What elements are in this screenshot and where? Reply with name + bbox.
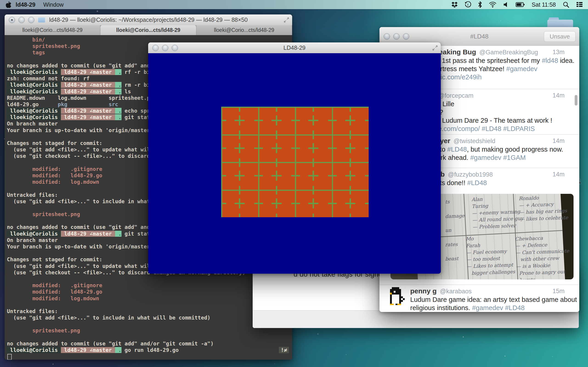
grid-line [221,203,226,204]
grid-line [350,214,351,217]
notification-center-icon[interactable] [576,2,583,8]
desktop: 1 d do not take flags for signe #LD48 Un… [0,0,588,367]
terminal-tab-bar[interactable]: lloeki@Corio...cts/ld48-29 lloeki@Corio.… [5,25,292,35]
spritesheet-grid [221,107,369,217]
grid-line [254,120,263,121]
grid-line [239,107,240,112]
wifi-icon[interactable] [489,2,496,8]
terminal-titlebar[interactable]: ld48-29 — lloeki@Coriolis: ~/Workspace/p… [5,15,292,25]
terminal-line [7,276,292,282]
grid-line [276,214,277,217]
grid-line [313,143,314,153]
star-speck [501,21,501,21]
grid-line [328,148,337,149]
tweet-link[interactable]: #LDPARIS [503,125,535,132]
tweet-handle[interactable]: @GameBreakingBug [479,49,538,56]
scrollbar-thumb[interactable] [575,95,578,106]
tweet-link[interactable]: #LD48 [447,146,467,153]
game-window[interactable]: LD48-29 [148,42,441,274]
tweet-author[interactable]: penny g [410,287,437,295]
handwriting-column: Mo Farah — Fuel economy — too modest — L… [466,234,515,277]
app-menu-title[interactable]: ld48-29 [16,1,35,8]
grid-line [350,158,351,167]
grid-line [239,115,240,125]
grid-line [350,198,351,209]
grid-line [313,198,314,209]
tweet-timestamp: 15m [552,287,565,295]
tweet-link[interactable]: #gamedev [506,65,537,73]
menu-item-window[interactable]: Window [43,1,64,8]
grid-line [291,175,300,176]
penguin-avatar-icon [388,287,406,305]
tweet-link[interactable]: #ld48 [542,57,558,64]
terminal-tab-3[interactable]: lloeki@Corio...cts/ld48-29 [196,25,292,35]
volume-icon[interactable] [503,2,509,8]
grid-line [254,175,263,176]
grid-line [313,214,314,217]
handwriting-note: un [445,227,451,234]
grid-line [291,203,300,204]
time-machine-icon[interactable]: ! [465,1,471,8]
grid-line [313,171,314,181]
grid-line [276,143,277,153]
star-speck [552,356,553,357]
game-canvas [148,53,441,274]
handwriting-note: damage [445,212,465,220]
tweet-timestamp: 14m [552,91,565,100]
terminal-tab-2[interactable]: lloeki@Corio...cts/ld48-29 [100,25,196,35]
grid-line [328,203,337,204]
tweet-link[interactable]: #gamedev [470,154,501,161]
grid-line [221,175,226,176]
dropbox-icon[interactable] [451,1,458,8]
tweet-handle[interactable]: @karabaos [440,288,472,295]
game-titlebar[interactable]: LD48-29 [148,42,441,53]
terminal-line: bin/ [7,36,292,43]
grid-line [365,203,369,204]
fullscreen-icon[interactable] [432,45,438,51]
svg-text:!: ! [467,3,468,7]
grid-line [239,214,240,217]
tweet-handle[interactable]: @forcepcam [438,92,473,99]
tweet-link[interactable]: #LD48 [467,179,487,186]
fullscreen-icon[interactable] [284,17,289,23]
grid-line [365,175,369,176]
battery-icon[interactable] [516,2,525,7]
grid-line [221,162,369,163]
tweet-handle[interactable]: @twistedshield [454,138,495,144]
grid-line [365,120,369,121]
terminal-line: no changes added to commit (use "git add… [7,340,292,347]
terminal-line: spritesheet.png [7,327,292,334]
grid-line [350,143,351,153]
bluetooth-icon[interactable] [478,1,482,8]
grid-line [221,134,369,135]
terminal-line [7,334,292,340]
grid-line [328,120,337,121]
star-speck [97,10,98,12]
grid-line [239,158,240,167]
menu-bar-clock[interactable]: Sat 11:58 [532,1,556,8]
terminal-cursor [7,354,12,360]
tweet-link[interactable]: #LD48 [505,304,525,311]
apple-menu-icon[interactable] [6,1,11,8]
grid-line [276,131,277,139]
star-speck [505,356,505,357]
grid-line [221,120,226,121]
tweet[interactable]: penny g@karabaos15mLudum Dare game idea:… [380,284,579,312]
grid-line [313,158,314,167]
tweet-handle[interactable]: @fuzzybob1998 [448,171,493,178]
terminal-line: modified: log.mdown [7,295,292,302]
grid-line [239,143,240,153]
tweet-link[interactable]: #1GAM [503,154,526,161]
grid-line [239,186,240,194]
terminal-tab-1[interactable]: lloeki@Corio...cts/ld48-29 [5,25,100,35]
unsave-button[interactable]: Unsave [544,31,576,42]
spotlight-icon[interactable] [563,1,569,8]
browser-footer-bar [253,310,579,328]
handwriting-note: rates [445,241,458,248]
terminal-line: Untracked files: [7,308,292,315]
tweet-text: Ludum Dare game idea: an artsy text base… [410,295,577,304]
tweet-link[interactable]: #gamedev [472,304,503,311]
grid-line [313,107,314,112]
terminal-line: lloeki@Coriolis ld48-29 ∠master . go run… [7,347,292,353]
tweet-link[interactable]: #LD48 [482,125,501,132]
